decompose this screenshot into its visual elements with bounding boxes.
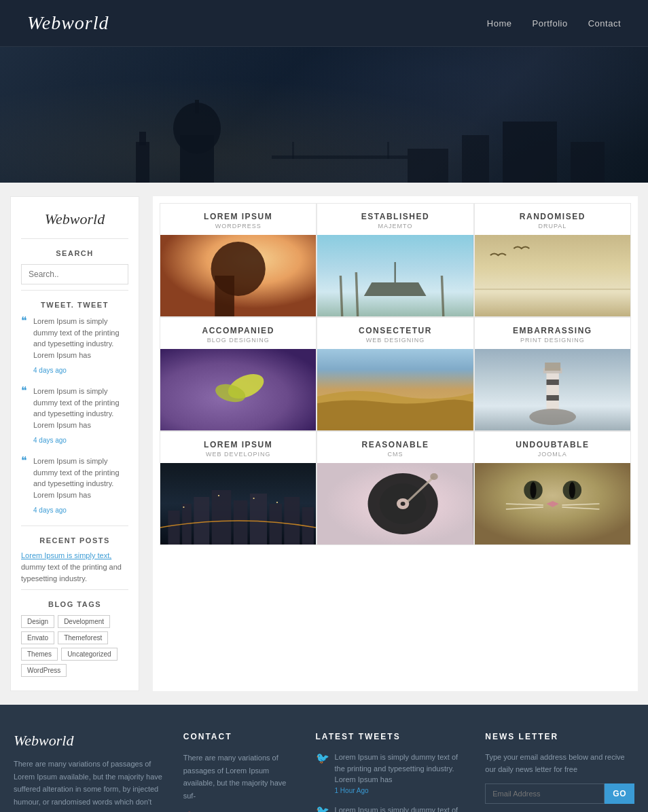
- footer-tweets-title: LATEST TWEETS: [316, 732, 465, 741]
- hero-banner: [0, 47, 648, 183]
- portfolio-subtitle-7: CMS: [323, 451, 467, 458]
- tag-development[interactable]: Development: [58, 615, 110, 628]
- portfolio-title-0: LOREM IPSUM: [166, 212, 310, 221]
- svg-rect-7: [503, 122, 557, 183]
- newsletter-email-input[interactable]: [485, 783, 605, 804]
- portfolio-header-3: ACCOMPANIED BLOG DESIGNING: [160, 318, 316, 349]
- portfolio-subtitle-0: WORDPRESS: [166, 223, 310, 229]
- svg-rect-36: [168, 511, 179, 545]
- tweet-text-1: Lorem Ipsum is simply dummy text of the …: [33, 316, 128, 361]
- svg-rect-29: [546, 369, 558, 410]
- portfolio-header-6: LOREM IPSUM WEB DEVELOPING: [160, 432, 316, 463]
- svg-rect-6: [462, 135, 489, 183]
- newsletter-submit-button[interactable]: GO: [605, 783, 634, 804]
- tweet-time-3[interactable]: 4 days ago: [33, 506, 67, 514]
- footer-tweet-text-2: Lorem Ipsum is simply dummy text of the …: [335, 805, 465, 813]
- tag-uncategorized[interactable]: Uncategorized: [61, 648, 117, 661]
- svg-point-55: [431, 473, 438, 480]
- nav-home[interactable]: Home: [487, 18, 512, 29]
- header: Webworld Home Portfolio Contact: [0, 0, 648, 47]
- portfolio-item-5[interactable]: EMBARRASSING PRINT DESIGNING: [474, 317, 631, 431]
- svg-point-45: [183, 506, 184, 508]
- twitter-icon-2: 🐦: [316, 805, 329, 813]
- portfolio-subtitle-6: WEB DEVELOPING: [166, 451, 310, 458]
- svg-line-20: [442, 276, 444, 316]
- portfolio-item-1[interactable]: ESTABLISHED MAJEMTO: [317, 203, 473, 317]
- sidebar-divider-1: [21, 238, 128, 239]
- portfolio-title-1: ESTABLISHED: [323, 212, 467, 221]
- portfolio-header-4: CONSECTETUR WEB DESIGNING: [317, 318, 473, 349]
- svg-rect-1: [180, 135, 214, 183]
- nav-portfolio[interactable]: Portfolio: [532, 18, 567, 29]
- footer-contact-desc: There are many variations of passages of…: [183, 752, 295, 802]
- tweet-quote-icon-1: ❝: [21, 316, 27, 327]
- tag-design[interactable]: Design: [21, 615, 54, 628]
- portfolio-item-2[interactable]: RANDOMISED DRUPAL: [474, 203, 631, 317]
- tag-wordpress[interactable]: WordPress: [21, 664, 67, 677]
- portfolio-item-4[interactable]: CONSECTETUR WEB DESIGNING: [317, 317, 473, 431]
- svg-rect-11: [387, 142, 389, 159]
- sidebar-search-title: SEARCH: [21, 249, 128, 257]
- tweet-text-2: Lorem Ipsum is simply dummy text of the …: [33, 386, 128, 430]
- svg-rect-5: [408, 149, 448, 183]
- svg-marker-16: [364, 282, 427, 296]
- footer-contact-title: CONTACT: [183, 732, 295, 741]
- portfolio-item-7[interactable]: REASONABLE CMS: [317, 431, 473, 545]
- tweet-item-3: ❝ Lorem Ipsum is simply dummy text of th…: [21, 456, 128, 515]
- portfolio-header-1: ESTABLISHED MAJEMTO: [317, 204, 473, 235]
- footer-desc: There are many variations of passages of…: [14, 758, 163, 812]
- svg-point-53: [401, 502, 406, 506]
- search-input[interactable]: [21, 264, 128, 284]
- portfolio-image-4: [317, 349, 473, 430]
- portfolio-image-7: [317, 463, 473, 545]
- recent-post-link[interactable]: Lorem Ipsum is simply text,: [21, 551, 128, 559]
- portfolio-item-8[interactable]: UNDOUBTABLE JOOMLA: [474, 431, 631, 545]
- portfolio-item-3[interactable]: ACCOMPANIED BLOG DESIGNING: [160, 317, 317, 431]
- tag-envato[interactable]: Envato: [21, 631, 54, 644]
- svg-point-63: [530, 482, 536, 498]
- portfolio-image-0: [160, 235, 316, 316]
- portfolio-title-8: UNDOUBTABLE: [480, 440, 625, 449]
- portfolio-subtitle-5: PRINT DESIGNING: [480, 337, 625, 344]
- tweet-item-2: ❝ Lorem Ipsum is simply dummy text of th…: [21, 386, 128, 445]
- nav-contact[interactable]: Contact: [588, 18, 621, 29]
- footer-tweet-time-1[interactable]: 1 Hour Ago: [335, 787, 465, 794]
- portfolio-header-5: EMBARRASSING PRINT DESIGNING: [475, 318, 630, 349]
- footer-tweets: LATEST TWEETS 🐦 Lorem Ipsum is simply du…: [316, 732, 465, 812]
- portfolio-image-5: [475, 349, 630, 430]
- portfolio-grid: LOREM IPSUM WORDPRESS: [160, 203, 631, 545]
- svg-rect-32: [546, 380, 558, 385]
- portfolio-title-3: ACCOMPANIED: [166, 326, 310, 335]
- sidebar-divider-4: [21, 589, 128, 590]
- portfolio-item-6[interactable]: LOREM IPSUM WEB DEVELOPING: [160, 431, 317, 545]
- footer-logo: Webworld: [14, 732, 163, 750]
- portfolio-item-0[interactable]: LOREM IPSUM WORDPRESS: [160, 203, 317, 317]
- footer-tweet-1: 🐦 Lorem Ipsum is simply dummy text of th…: [316, 752, 465, 794]
- svg-rect-10: [292, 142, 294, 159]
- tweet-time-1[interactable]: 4 days ago: [33, 367, 67, 374]
- svg-rect-42: [270, 504, 282, 545]
- sidebar-tags-title: BLOG TAGS: [21, 600, 128, 608]
- portfolio-image-8: [475, 463, 630, 545]
- portfolio-subtitle-8: JOOMLA: [480, 451, 625, 458]
- portfolio-image-3: [160, 349, 316, 430]
- portfolio-title-4: CONSECTETUR: [323, 326, 467, 335]
- svg-rect-2: [195, 100, 199, 113]
- tag-themeforest[interactable]: Themeforest: [58, 631, 108, 644]
- svg-point-34: [529, 409, 576, 425]
- tag-themes[interactable]: Themes: [21, 648, 58, 661]
- sidebar: Webworld SEARCH TWEET. TWEET ❝ Lorem Ips…: [10, 196, 139, 691]
- svg-rect-40: [234, 500, 248, 545]
- tweet-text-3: Lorem Ipsum is simply dummy text of the …: [33, 456, 128, 500]
- svg-rect-3: [136, 142, 149, 183]
- footer-newsletter-desc: Type your email address below and recive…: [485, 752, 634, 775]
- svg-point-64: [569, 482, 575, 498]
- portfolio-image-2: [475, 235, 630, 316]
- svg-rect-14: [215, 276, 234, 316]
- twitter-icon-1: 🐦: [316, 752, 329, 794]
- tweet-time-2[interactable]: 4 days ago: [33, 437, 67, 444]
- header-nav: Home Portfolio Contact: [487, 18, 621, 29]
- svg-rect-39: [212, 490, 232, 545]
- sidebar-divider-3: [21, 525, 128, 526]
- footer-contact: CONTACT There are many variations of pas…: [183, 732, 295, 812]
